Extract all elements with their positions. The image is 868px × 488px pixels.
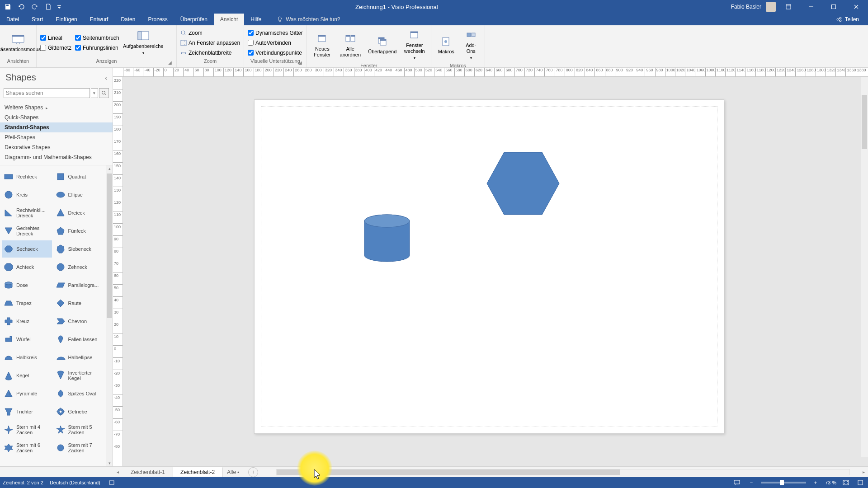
user-avatar[interactable] — [766, 2, 776, 12]
tab-hilfe[interactable]: Hilfe — [244, 14, 268, 25]
verbindungspunkte-checkbox[interactable]: Verbindungspunkte — [248, 48, 303, 57]
fuehrungslinien-checkbox[interactable]: Führungslinien — [75, 43, 119, 52]
neues-fenster-button[interactable]: Neues Fenster — [311, 31, 334, 60]
zoom-button[interactable]: Zoom — [180, 28, 240, 38]
vertical-scrollbar-thumb[interactable] — [862, 95, 867, 149]
shape-item[interactable]: Dreieck — [54, 204, 104, 221]
shape-item[interactable]: Stern mit 4 Zacken — [2, 421, 52, 438]
zoom-level[interactable]: 73 % — [825, 480, 836, 485]
shape-item[interactable]: Rechtwinkli... Dreieck — [2, 204, 52, 221]
shapes-search-input[interactable] — [4, 88, 90, 98]
presentation-view-button[interactable] — [732, 478, 742, 488]
shape-item[interactable]: Fünfeck — [54, 222, 104, 239]
shape-item[interactable]: Achteck — [2, 258, 52, 276]
stencil-item[interactable]: Weitere Shapes▸ — [0, 103, 113, 113]
shape-item[interactable]: Kegel — [2, 367, 52, 384]
tab-überprüfen[interactable]: Überprüfen — [174, 14, 214, 25]
tab-ansicht[interactable]: Ansicht — [214, 14, 244, 25]
new-doc-button[interactable] — [42, 1, 54, 13]
shape-item[interactable]: Stern mit 7 Zacken — [54, 439, 104, 456]
ribbon-display-options-button[interactable] — [778, 0, 798, 14]
autoverbinden-checkbox[interactable]: AutoVerbinden — [248, 38, 303, 47]
save-button[interactable] — [2, 1, 14, 13]
addons-button[interactable]: Add-Ons ▾ — [461, 27, 481, 63]
shape-item[interactable]: Fallen lassen — [54, 331, 104, 348]
stencil-item[interactable]: Standard-Shapes — [0, 122, 113, 132]
shapes-scrollbar-thumb[interactable] — [107, 174, 112, 318]
drawing-page[interactable] — [254, 99, 724, 434]
shape-item[interactable]: Trapez — [2, 295, 52, 312]
shape-item[interactable]: Kreuz — [2, 313, 52, 330]
tab-einfügen[interactable]: Einfügen — [49, 14, 83, 25]
shape-sechseck[interactable] — [485, 150, 561, 216]
tab-prozess[interactable]: Prozess — [142, 14, 174, 25]
dialog-launcher-icon[interactable]: ◢ — [167, 60, 173, 66]
scroll-right-button[interactable]: ▸ — [859, 469, 868, 474]
shape-item[interactable]: Stern mit 5 Zacken — [54, 421, 104, 438]
search-dropdown-button[interactable]: ▾ — [91, 88, 98, 98]
tab-datei[interactable]: Datei — [0, 14, 25, 25]
shape-item[interactable]: Stern mit 6 Zacken — [2, 439, 52, 456]
vertical-scrollbar[interactable] — [861, 77, 868, 457]
dialog-launcher-icon[interactable]: ◢ — [297, 60, 303, 66]
shape-item[interactable]: Raute — [54, 295, 104, 312]
tab-daten[interactable]: Daten — [114, 14, 142, 25]
horizontal-scrollbar-thumb[interactable] — [277, 469, 620, 475]
minimize-button[interactable] — [801, 0, 821, 14]
fenster-wechseln-button[interactable]: Fenster wechseln ▾ — [402, 27, 427, 63]
page-width-button[interactable]: Zeichenblattbreite — [180, 48, 240, 57]
collapse-panel-button[interactable]: ‹ — [105, 74, 107, 81]
undo-button[interactable] — [15, 1, 27, 13]
close-button[interactable] — [846, 0, 866, 14]
shape-item[interactable]: Siebeneck — [54, 240, 104, 258]
qat-customize-button[interactable] — [56, 1, 62, 13]
seitenumbruch-checkbox[interactable]: Seitenumbruch — [75, 33, 119, 42]
tab-entwurf[interactable]: Entwurf — [84, 14, 115, 25]
zoom-out-button[interactable]: − — [746, 478, 756, 488]
shape-item[interactable]: Sechseck — [2, 240, 52, 258]
shape-item[interactable]: Halbellipse — [54, 349, 104, 366]
shape-item[interactable]: Kreis — [2, 186, 52, 203]
zoom-in-button[interactable]: + — [811, 478, 821, 488]
stencil-item[interactable]: Diagramm- und Mathematik-Shapes — [0, 152, 113, 162]
language-status[interactable]: Deutsch (Deutschland) — [50, 480, 100, 485]
stencil-item[interactable]: Dekorative Shapes — [0, 142, 113, 152]
dynamisches-gitter-checkbox[interactable]: Dynamisches Gitter — [248, 28, 303, 38]
add-page-button[interactable]: + — [248, 467, 258, 477]
shape-item[interactable]: Parallelogra... — [54, 277, 104, 294]
shape-item[interactable]: Pyramide — [2, 385, 52, 402]
share-button[interactable]: Teilen — [845, 16, 859, 23]
full-screen-button[interactable] — [855, 478, 865, 488]
shapes-scrollbar[interactable]: ▴ ▾ — [106, 165, 113, 466]
shape-item[interactable]: Zehneck — [54, 258, 104, 276]
canvas-viewport[interactable] — [123, 77, 868, 466]
zoom-slider[interactable] — [761, 482, 806, 483]
shape-item[interactable]: Quadrat — [54, 168, 104, 185]
shape-item[interactable]: Gedrehtes Dreieck — [2, 222, 52, 239]
shape-item[interactable]: Invertierter Kegel — [54, 367, 104, 384]
alle-anordnen-button[interactable]: Alle anordnen — [338, 31, 363, 60]
shape-item[interactable]: Ellipse — [54, 186, 104, 203]
shape-item[interactable]: Spitzes Oval — [54, 385, 104, 402]
search-go-button[interactable] — [99, 88, 109, 98]
fit-window-button[interactable]: An Fenster anpassen — [180, 38, 240, 47]
shape-item[interactable]: Chevron — [54, 313, 104, 330]
tab-start[interactable]: Start — [25, 14, 49, 25]
stencil-item[interactable]: Quick-Shapes — [0, 113, 113, 122]
horizontal-ruler[interactable]: -80-60-40-200204060801001201401601802002… — [113, 68, 868, 77]
page-tab[interactable]: Zeichenblatt-1 — [123, 467, 173, 477]
maximize-button[interactable] — [824, 0, 844, 14]
lineal-checkbox[interactable]: Lineal — [40, 33, 71, 42]
page-tab[interactable]: Zeichenblatt-2 — [173, 467, 222, 477]
stencil-item[interactable]: Pfeil-Shapes — [0, 132, 113, 142]
aufgabenbereiche-button[interactable]: Aufgabenbereiche ▾ — [123, 28, 164, 58]
gitternetz-checkbox[interactable]: Gitternetz — [40, 43, 71, 52]
shape-item[interactable]: Rechteck — [2, 168, 52, 185]
shape-item[interactable]: Halbkreis — [2, 349, 52, 366]
redo-button[interactable] — [29, 1, 41, 13]
shape-item[interactable]: Dose — [2, 277, 52, 294]
shape-item[interactable]: Getriebe — [54, 403, 104, 420]
sheet-nav-left[interactable]: ◂ — [114, 468, 121, 477]
fit-page-button[interactable] — [841, 478, 851, 488]
tell-me-search[interactable]: Was möchten Sie tun? — [277, 14, 340, 25]
